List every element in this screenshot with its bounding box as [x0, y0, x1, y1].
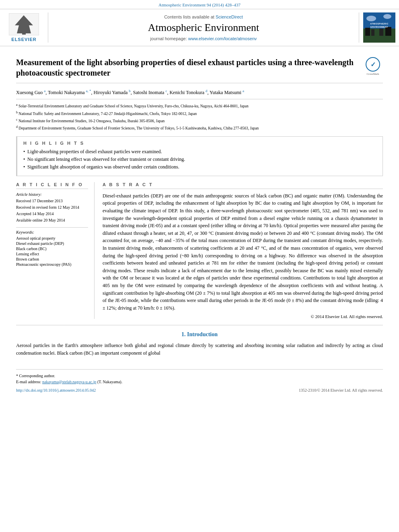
- svg-point-7: [383, 14, 391, 19]
- keyword-2: Diesel exhaust particle (DEP): [16, 241, 88, 246]
- section-divider: [16, 325, 383, 325]
- article-title-section: Measurement of the light absorbing prope…: [16, 57, 383, 83]
- history-title: Article history:: [16, 192, 88, 197]
- abstract-text: Diesel-exhaust particles (DEP) are one o…: [103, 192, 383, 312]
- elsevier-wordmark: ELSEVIER: [11, 37, 36, 42]
- abstract-column: A B S T R A C T Diesel-exhaust particles…: [103, 182, 383, 319]
- highlight-item-2: No significant lensing effect was observ…: [23, 156, 376, 162]
- online-date: Available online 20 May 2014: [16, 218, 88, 223]
- accepted-date: Accepted 14 May 2014: [16, 211, 88, 217]
- issn-text: 1352-2310/© 2014 Elsevier Ltd. All right…: [299, 388, 383, 392]
- authors-section: Xuesong Guo a, Tomoki Nakayama a, *, Hir…: [16, 88, 383, 97]
- article-info-title: A R T I C L E I N F O: [16, 182, 88, 189]
- svg-rect-9: [371, 29, 374, 36]
- svg-text:ENVIRONMENT: ENVIRONMENT: [370, 26, 388, 28]
- sciencedirect-line: Contents lists available at ScienceDirec…: [164, 14, 243, 19]
- affiliation-c: c National Institute for Environmental S…: [16, 117, 383, 124]
- article-history: Article history: Received 17 December 20…: [16, 192, 88, 223]
- introduction-section: 1. Introduction Aerosol particles in the…: [16, 331, 383, 357]
- keyword-5: Brown carbon: [16, 257, 88, 261]
- email-link[interactable]: nakayama@stelab.nagoya-u.ac.jp: [42, 380, 96, 384]
- svg-rect-8: [365, 28, 370, 36]
- article-info-column: A R T I C L E I N F O Article history: R…: [16, 182, 95, 319]
- footer-section: * Corresponding author. E-mail address: …: [16, 369, 383, 392]
- crossmark-icon: ✓: [366, 57, 380, 72]
- highlights-title: H I G H L I G H T S: [23, 141, 376, 146]
- journal-title: Atmospheric Environment: [148, 22, 259, 34]
- article-title: Measurement of the light absorbing prope…: [16, 57, 357, 78]
- keyword-6: Photoacoustic spectroscopy (PAS): [16, 262, 88, 267]
- revised-date: Received in revised form 12 May 2014: [16, 205, 88, 210]
- svg-text:ATMOSPHERIC: ATMOSPHERIC: [370, 23, 389, 25]
- email-line: E-mail address: nakayama@stelab.nagoya-u…: [16, 379, 383, 385]
- affiliation-d: d Department of Environment Systems, Gra…: [16, 125, 383, 131]
- affiliation-a: a Solar-Terrestrial Environment Laborato…: [16, 103, 383, 109]
- crossmark-badge[interactable]: ✓ CrossMark: [363, 57, 383, 76]
- abstract-title: A B S T R A C T: [103, 182, 383, 189]
- journal-logo-right: ATMOSPHERIC ENVIRONMENT: [359, 12, 395, 43]
- crossmark-label: CrossMark: [366, 72, 379, 76]
- keywords-section: Keywords: Aerosol optical property Diese…: [16, 227, 88, 267]
- journal-homepage: journal homepage: www.elsevier.com/locat…: [150, 36, 257, 41]
- received-date: Received 17 December 2013: [16, 198, 88, 204]
- journal-url-link[interactable]: www.elsevier.com/locate/atmosenv: [188, 36, 257, 41]
- journal-header-center: Contents lists available at ScienceDirec…: [52, 12, 355, 43]
- highlights-section: H I G H L I G H T S Light-absorbing prop…: [16, 136, 383, 176]
- keyword-1: Aerosol optical property: [16, 236, 88, 240]
- svg-point-6: [366, 16, 376, 21]
- doi-link[interactable]: http://dx.doi.org/10.1016/j.atmosenv.201…: [16, 388, 96, 392]
- copyright-line: © 2014 Elsevier Ltd. All rights reserved…: [103, 314, 383, 319]
- keyword-4: Lensing effect: [16, 252, 88, 256]
- main-content: Measurement of the light absorbing prope…: [0, 46, 399, 398]
- intro-title: 1. Introduction: [16, 331, 383, 338]
- elsevier-logo-section: ELSEVIER: [4, 12, 48, 43]
- journal-citation: Atmospheric Environment 94 (2014) 428–43…: [0, 0, 399, 9]
- affiliation-b: b National Traffic Safety and Environmen…: [16, 110, 383, 117]
- intro-text: Aerosol particles in the Earth's atmosph…: [16, 342, 383, 357]
- highlight-item-1: Light-absorbing properties of diesel exh…: [23, 149, 376, 155]
- sciencedirect-link[interactable]: ScienceDirect: [216, 14, 243, 19]
- svg-rect-2: [22, 31, 26, 35]
- keyword-3: Black carbon (BC): [16, 246, 88, 251]
- atmospheric-environment-logo: ATMOSPHERIC ENVIRONMENT: [363, 12, 395, 43]
- highlight-item-3: Significant light absorption of organics…: [23, 164, 376, 170]
- keywords-title: Keywords:: [16, 230, 88, 234]
- journal-header: ELSEVIER Contents lists available at Sci…: [0, 9, 399, 46]
- elsevier-tree-logo: [9, 13, 39, 37]
- footer-links: http://dx.doi.org/10.1016/j.atmosenv.201…: [16, 388, 383, 392]
- affiliations-section: a Solar-Terrestrial Environment Laborato…: [16, 99, 383, 131]
- svg-rect-11: [379, 29, 383, 36]
- svg-rect-10: [385, 27, 391, 36]
- corresponding-author-note: * Corresponding author.: [16, 373, 383, 379]
- two-column-section: A R T I C L E I N F O Article history: R…: [16, 182, 383, 319]
